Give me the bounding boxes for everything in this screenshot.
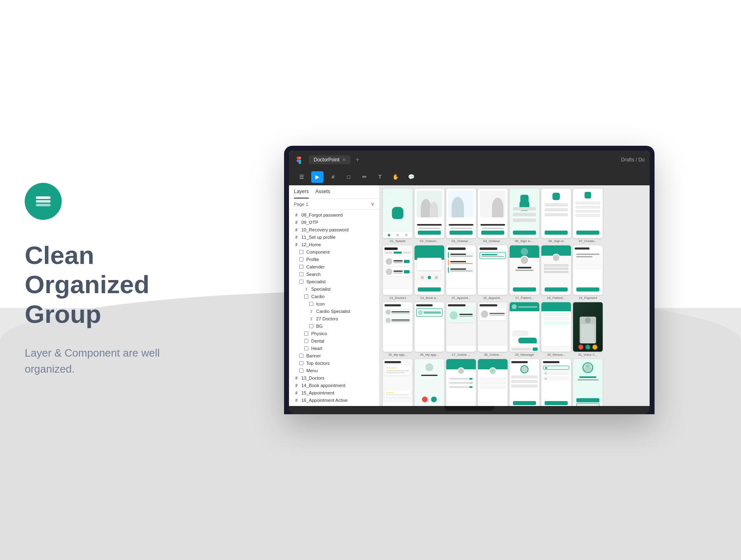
layer-layer-10[interactable]: Specialist: [289, 278, 379, 285]
layer-layer-16[interactable]: BG: [289, 322, 379, 330]
svg-rect-1: [36, 200, 51, 203]
select-tool[interactable]: ▶: [311, 171, 324, 183]
figma-logo-icon: [295, 156, 303, 164]
content-wrapper: Clean Organized Group Layer & Component …: [0, 0, 741, 560]
layer-layer-12[interactable]: Cardio: [289, 293, 379, 300]
shape-tool[interactable]: □: [343, 171, 355, 183]
right-panel-laptop: DoctorPoint ✕ + Drafts / Do ☰ ▶ # □ ✏: [214, 146, 725, 414]
screen-38-incoming[interactable]: 38_Incom...: [415, 359, 444, 406]
text-tool[interactable]: T: [374, 171, 386, 183]
layer-layer-7[interactable]: Profile: [289, 256, 379, 263]
laptop-screen: DoctorPoint ✕ + Drafts / Do ☰ ▶ # □ ✏: [289, 151, 650, 406]
laptop-mockup: DoctorPoint ✕ + Drafts / Do ☰ ▶ # □ ✏: [284, 146, 655, 414]
screen-27-online[interactable]: 27_Online ...: [446, 302, 476, 357]
page-info: Page 1 ∨: [289, 199, 379, 210]
screen-04-onboard[interactable]: 04_Onboar...: [478, 189, 508, 243]
layer-list[interactable]: #08_Forgot password#09_OTP#10_Recovery p…: [289, 210, 379, 406]
layer-layer-1[interactable]: #08_Forgot password: [289, 211, 379, 219]
screen-03-onboard[interactable]: 03_Onboar...: [446, 189, 476, 243]
layer-layer-6[interactable]: Component: [289, 248, 379, 256]
logo-circle: [25, 183, 62, 220]
stack-layers-icon: [34, 192, 52, 210]
svg-rect-2: [36, 196, 51, 199]
menu-tool[interactable]: ☰: [296, 171, 308, 183]
screen-14-book[interactable]: 14_Book a...: [415, 245, 444, 300]
screen-18-patient[interactable]: 18_Patient...: [541, 245, 571, 300]
layer-layer-22[interactable]: Menu: [289, 367, 379, 374]
layer-layer-21[interactable]: Top doctors: [289, 359, 379, 367]
screen-28-online2[interactable]: 28_Online...: [478, 302, 508, 357]
layer-layer-14[interactable]: TCardio Specialist: [289, 308, 379, 315]
subtitle: Layer & Component are well organized.: [25, 345, 189, 377]
page-wrapper: Clean Organized Group Layer & Component …: [0, 0, 741, 560]
screen-row-2: 13_Doctors: [383, 245, 646, 300]
screen-19-payment[interactable]: 19_Payment: [573, 245, 603, 300]
screen-15-appointment[interactable]: 15_Appoint...: [446, 245, 476, 300]
layer-layer-5[interactable]: #12_Home: [289, 241, 379, 248]
screen-29-message[interactable]: 29_Message: [510, 302, 539, 357]
screen-13-doctors[interactable]: 13_Doctors: [383, 245, 412, 300]
layer-layer-23[interactable]: #13_Doctors: [289, 374, 379, 382]
layer-layer-24[interactable]: #14_Book appointment: [289, 382, 379, 389]
figma-logo: [294, 155, 304, 165]
layer-layer-20[interactable]: Banner: [289, 352, 379, 359]
layers-tab[interactable]: Layers: [294, 189, 309, 198]
screen-02-onboard[interactable]: 02_Onboor...: [415, 189, 444, 243]
hand-tool[interactable]: ✋: [389, 171, 402, 183]
screen-row-1: 01_Splash: [383, 189, 646, 243]
screen-43-become[interactable]: 43_Becom...: [573, 359, 603, 406]
layers-panel: Layers Assets Page 1 ∨ #08_Forgot passwo…: [289, 185, 380, 406]
screen-42-select[interactable]: 42_Select l...: [541, 359, 571, 406]
screen-row-4: 37_Review...: [383, 359, 646, 406]
layer-layer-17[interactable]: Physico: [289, 330, 379, 337]
screen-06-signin[interactable]: 06_Sign in: [541, 189, 571, 243]
layer-layer-11[interactable]: TSpecialist: [289, 285, 379, 293]
pen-tool[interactable]: ✏: [358, 171, 370, 183]
layer-layer-2[interactable]: #09_OTP: [289, 219, 379, 226]
figma-main-area: Layers Assets Page 1 ∨ #08_Forgot passwo…: [289, 185, 650, 406]
screen-30-message2[interactable]: 30_Messa...: [541, 302, 571, 357]
layer-layer-8[interactable]: Calender: [289, 263, 379, 271]
screen-37-review[interactable]: 37_Review...: [383, 359, 412, 406]
layer-layer-19[interactable]: Heart: [289, 345, 379, 352]
figma-tab[interactable]: DoctorPoint ✕: [309, 155, 351, 164]
toolbar-drafts: Drafts / Do: [621, 157, 645, 163]
screen-40-settings2[interactable]: 40_Setting...: [478, 359, 508, 406]
layer-layer-9[interactable]: Search: [289, 271, 379, 278]
screen-39-settings[interactable]: 39_Setting...: [446, 359, 476, 406]
comment-tool[interactable]: 💬: [405, 171, 417, 183]
screen-41-edit-profile[interactable]: 41_Edit pro...: [510, 359, 539, 406]
screen-26-myapp2[interactable]: 26_My app...: [415, 302, 444, 357]
layer-layer-4[interactable]: #11_Set up profile: [289, 233, 379, 241]
layer-layer-13[interactable]: Icon: [289, 300, 379, 308]
figma-toolbar: DoctorPoint ✕ + Drafts / Do: [289, 151, 650, 169]
screen-07-create[interactable]: 07_Create...: [573, 189, 603, 243]
layer-layer-18[interactable]: Dental: [289, 337, 379, 345]
frame-tool[interactable]: #: [327, 171, 339, 183]
layer-layer-15[interactable]: T27 Doctors: [289, 315, 379, 322]
laptop-base: [289, 406, 650, 414]
layer-layer-26[interactable]: #16_Appointment Active: [289, 397, 379, 404]
panel-tabs: Layers Assets: [289, 185, 379, 199]
screen-01-splash[interactable]: 01_Splash: [383, 189, 412, 243]
svg-rect-0: [36, 204, 51, 206]
left-panel-text: Clean Organized Group Layer & Component …: [0, 158, 214, 402]
main-title: Clean Organized Group: [25, 240, 189, 329]
tab-add-button[interactable]: +: [356, 156, 359, 163]
screen-25-myapp[interactable]: 25_My app...: [383, 302, 412, 357]
screen-row-3: 25_My app...: [383, 302, 646, 357]
figma-tools-row: ☰ ▶ # □ ✏ T ✋ 💬: [289, 169, 650, 185]
canvas-area[interactable]: 01_Splash: [380, 185, 650, 406]
assets-tab[interactable]: Assets: [315, 189, 330, 198]
laptop-notch: [445, 406, 494, 411]
layer-layer-25[interactable]: #15_Appointment: [289, 389, 379, 397]
layer-layer-3[interactable]: #10_Recovery password: [289, 226, 379, 233]
screen-31-voice[interactable]: 31_Voice C...: [573, 302, 603, 357]
screen-16-appointment-active[interactable]: 16_Appoint...: [478, 245, 508, 300]
canvas-inner: 01_Splash: [380, 185, 650, 406]
screen-17-patient[interactable]: 17_Patient...: [510, 245, 539, 300]
screen-05-signin[interactable]: 05_Sign in ...: [510, 189, 539, 243]
